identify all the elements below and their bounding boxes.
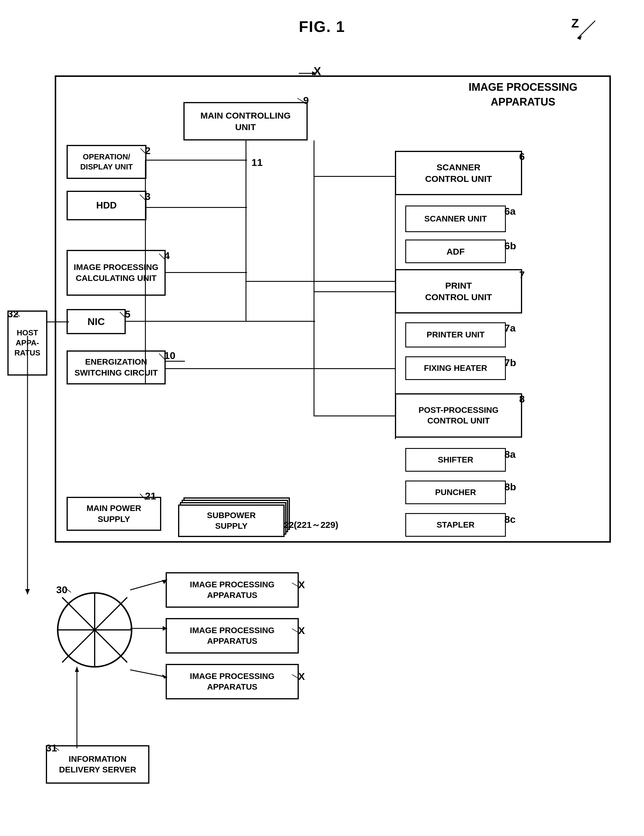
apparatus-title-label: IMAGE PROCESSINGAPPARATUS — [469, 80, 577, 110]
svg-line-18 — [292, 583, 299, 587]
ref-8a: 8a — [504, 449, 516, 460]
page: FIG. 1 Z X IMAGE PROCESSINGAPPARATUS MAI… — [0, 0, 644, 836]
right-inner-v — [395, 176, 396, 439]
ref2-arrow — [139, 147, 148, 156]
printer-unit: PRINTER UNIT — [405, 322, 506, 348]
fixing-heater: FIXING HEATER — [405, 356, 506, 380]
svg-line-8 — [120, 312, 126, 318]
svg-line-9 — [159, 354, 165, 359]
scanner-unit: SCANNER UNIT — [405, 206, 506, 232]
subpower-supply: SUBPOWERSUPPLY — [178, 505, 284, 537]
x1-arrow — [291, 581, 301, 589]
ref-6a: 6a — [504, 206, 516, 217]
ref3-arrow — [139, 193, 147, 202]
image-proc-app-2: IMAGE PROCESSINGAPPARATUS — [166, 618, 299, 653]
ref10-arrow — [158, 352, 167, 361]
svg-line-11 — [14, 312, 20, 317]
figure-title: FIG. 1 — [0, 0, 644, 36]
energ-v-connector — [314, 368, 314, 415]
svg-line-21 — [53, 746, 59, 751]
ref-6: 6 — [519, 151, 525, 162]
svg-line-22 — [130, 580, 167, 590]
host-to-hub-line — [7, 334, 60, 600]
scanner-control-unit: SCANNERCONTROL UNIT — [395, 151, 522, 195]
svg-marker-25 — [163, 626, 167, 631]
ref9-arrow — [296, 97, 306, 104]
svg-marker-29 — [25, 589, 30, 594]
nic-unit: NIC — [67, 309, 126, 334]
ref-22: 22(221～229) — [284, 519, 338, 531]
svg-line-26 — [130, 670, 167, 677]
main-controlling-unit: MAIN CONTROLLINGUNIT — [183, 102, 308, 140]
z-arrow — [574, 18, 598, 41]
ref-7: 7 — [519, 269, 525, 281]
svg-line-4 — [297, 98, 305, 103]
svg-line-7 — [159, 254, 165, 260]
ref-11: 11 — [252, 157, 263, 168]
energization-unit: ENERGIZATIONSWITCHING CIRCUIT — [67, 350, 166, 384]
ref31-arrow — [52, 745, 60, 752]
svg-marker-3 — [312, 71, 317, 75]
shifter-unit: SHIFTER — [405, 448, 506, 472]
hub-ip2-line — [55, 619, 170, 637]
ref-8: 8 — [519, 393, 525, 405]
image-proc-app-3: IMAGE PROCESSINGAPPARATUS — [166, 664, 299, 699]
hdd-unit: HDD — [67, 191, 146, 220]
ref4-arrow — [158, 252, 167, 261]
svg-marker-23 — [162, 580, 167, 584]
stapler-unit: STAPLER — [405, 513, 506, 537]
hub-ip1-line — [55, 574, 168, 591]
ref21-arrow — [139, 492, 147, 501]
h-right-print — [314, 291, 395, 292]
ref-6b: 6b — [504, 240, 516, 251]
nic-host-h-connector — [47, 322, 69, 322]
left-v-bus — [145, 160, 146, 384]
v-right-mid — [245, 176, 247, 321]
ref-7b: 7b — [504, 357, 516, 369]
adf-unit: ADF — [405, 240, 506, 263]
image-proc-app-1: IMAGE PROCESSINGAPPARATUS — [166, 572, 299, 608]
puncher-unit: PUNCHER — [405, 480, 506, 504]
ref5-arrow — [118, 310, 127, 319]
x2-arrow — [291, 627, 301, 635]
post-processing-unit: POST-PROCESSINGCONTROL UNIT — [395, 393, 522, 438]
info-to-hub-line — [65, 665, 89, 751]
h-connector-hdd — [145, 207, 247, 208]
nic-right-h — [126, 321, 315, 322]
info-delivery-server: INFORMATIONDELIVERY SERVER — [46, 745, 149, 784]
ref32-arrow — [12, 310, 21, 318]
ref-8b: 8b — [504, 481, 516, 493]
h-connector-op-display — [145, 160, 247, 160]
h-to-print — [245, 281, 395, 282]
image-processing-calc-unit: IMAGE PROCESSINGCALCULATING UNIT — [67, 250, 166, 296]
print-control-unit: PRINTCONTROL UNIT — [395, 269, 522, 314]
svg-line-20 — [292, 674, 299, 679]
svg-line-10 — [140, 494, 146, 500]
svg-marker-31 — [75, 667, 79, 672]
x3-arrow — [291, 673, 301, 681]
energ-right-h — [166, 368, 314, 369]
v-right-top — [314, 140, 314, 176]
operation-display-unit: OPERATION/DISPLAY UNIT — [67, 145, 146, 179]
h-right-post — [314, 415, 395, 416]
main-power-supply: MAIN POWERSUPPLY — [67, 497, 161, 531]
svg-line-0 — [577, 21, 595, 38]
h-right-scan — [314, 176, 395, 177]
svg-line-5 — [141, 149, 146, 154]
svg-line-19 — [292, 629, 299, 633]
ref-8c: 8c — [504, 514, 516, 525]
ref-7a: 7a — [504, 322, 516, 334]
